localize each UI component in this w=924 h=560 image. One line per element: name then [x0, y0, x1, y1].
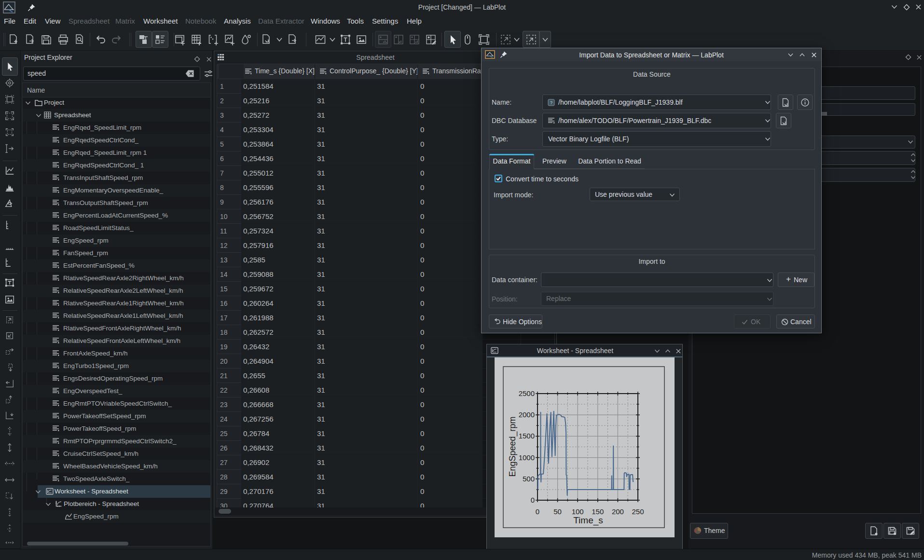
svg-text:200: 200 [612, 507, 624, 516]
svg-text:100: 100 [572, 507, 584, 516]
svg-text:2500: 2500 [519, 389, 535, 397]
svg-text:250: 250 [632, 507, 644, 516]
svg-text:50: 50 [553, 507, 562, 516]
svg-text:500: 500 [523, 475, 535, 483]
svg-text:Time_s: Time_s [573, 515, 603, 526]
svg-text:2000: 2000 [519, 410, 535, 419]
svg-text:1500: 1500 [519, 432, 535, 440]
svg-text:EngSpeed_rpm: EngSpeed_rpm [508, 416, 518, 477]
svg-text:0: 0 [531, 496, 535, 504]
svg-text:?: ? [550, 100, 552, 105]
svg-text:1000: 1000 [519, 453, 535, 462]
svg-text:150: 150 [592, 507, 604, 516]
svg-text:0: 0 [536, 507, 539, 516]
